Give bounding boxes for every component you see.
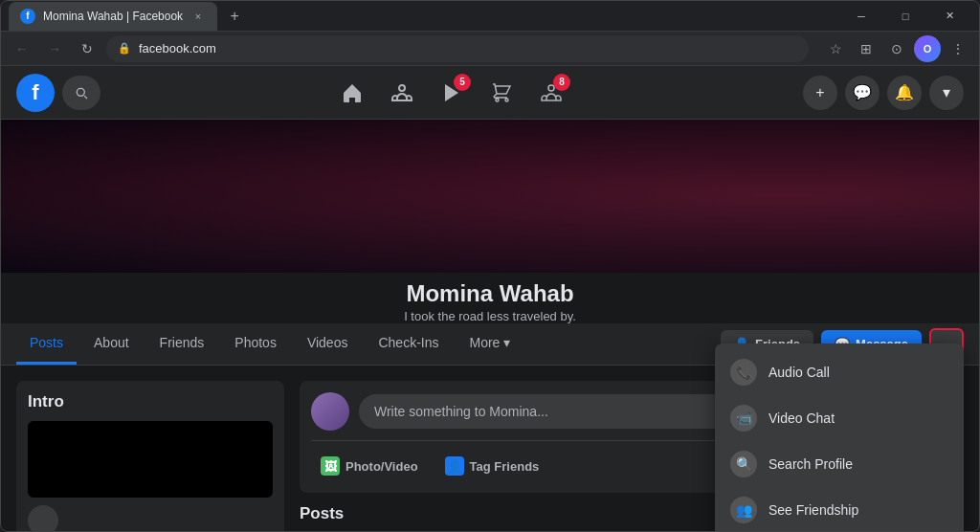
tabs-bar: f Momina Wahab | Facebook × + xyxy=(9,2,839,31)
facebook-page: f 5 xyxy=(1,66,979,531)
tab-close-btn[interactable]: × xyxy=(190,9,206,24)
tab-about[interactable]: About xyxy=(80,323,143,365)
nav-plus-btn[interactable]: + xyxy=(803,76,837,110)
tag-friends-label: Tag Friends xyxy=(470,459,540,474)
browser-tab[interactable]: f Momina Wahab | Facebook × xyxy=(9,2,217,31)
url-bar[interactable]: 🔒 facebook.com xyxy=(106,35,809,62)
tab-videos[interactable]: Videos xyxy=(294,323,362,365)
menu-btn[interactable]: ⋮ xyxy=(945,35,971,62)
dropdown-search-profile[interactable]: 🔍 Search Profile xyxy=(715,441,964,487)
photo-video-label: Photo/Video xyxy=(345,459,418,474)
watch-badge: 5 xyxy=(454,74,471,91)
browser-window: f Momina Wahab | Facebook × + ─ □ ✕ ← → … xyxy=(0,0,980,532)
intro-icon-1 xyxy=(28,505,58,531)
nav-friends-btn[interactable] xyxy=(379,70,425,116)
window-controls: ─ □ ✕ xyxy=(839,2,971,31)
fb-nav-right: + 💬 🔔 ▾ xyxy=(803,76,964,110)
dropdown-see-friendship[interactable]: 👥 See Friendship xyxy=(715,487,964,531)
nav-groups-btn[interactable]: 8 xyxy=(528,70,574,116)
profile-name: Momina Wahab xyxy=(1,280,979,307)
profile-bio: I took the road less traveled by. xyxy=(1,309,979,323)
cover-photo xyxy=(1,120,979,273)
url-text: facebook.com xyxy=(139,41,797,55)
tab-title: Momina Wahab | Facebook xyxy=(43,10,183,23)
close-btn[interactable]: ✕ xyxy=(927,2,971,31)
fb-nav-center: 5 8 xyxy=(329,70,574,116)
search-profile-icon: 🔍 xyxy=(730,451,757,477)
tab-posts[interactable]: Posts xyxy=(16,323,77,365)
intro-box: Intro xyxy=(16,381,284,531)
fb-sidebar: Intro xyxy=(16,381,284,516)
tab-photos[interactable]: Photos xyxy=(221,323,290,365)
tab-checkins[interactable]: Check-Ins xyxy=(365,323,452,365)
photo-video-btn[interactable]: 🖼 Photo/Video xyxy=(311,451,428,481)
back-btn[interactable]: ← xyxy=(9,35,35,62)
chrome-profile-btn[interactable]: O xyxy=(914,35,941,62)
address-bar: ← → ↻ 🔒 facebook.com ☆ ⊞ ⊙ O ⋮ xyxy=(1,32,979,66)
tag-icon: 👤 xyxy=(445,456,464,476)
star-btn[interactable]: ☆ xyxy=(822,35,849,62)
nav-account-btn[interactable]: ▾ xyxy=(929,76,964,110)
intro-title: Intro xyxy=(28,392,273,411)
fb-search-box[interactable] xyxy=(62,76,100,110)
maximize-btn[interactable]: □ xyxy=(883,2,927,31)
video-chat-label: Video Chat xyxy=(768,410,835,426)
poster-avatar xyxy=(311,392,349,431)
title-bar: f Momina Wahab | Facebook × + ─ □ ✕ xyxy=(1,1,979,32)
intro-row-1 xyxy=(28,505,273,531)
profile-info: Momina Wahab I took the road less travel… xyxy=(1,273,979,323)
tag-friends-btn[interactable]: 👤 Tag Friends xyxy=(435,451,549,481)
new-tab-btn[interactable]: + xyxy=(221,3,248,30)
lock-icon: 🔒 xyxy=(118,42,131,55)
tab-favicon: f xyxy=(20,9,35,24)
nav-marketplace-btn[interactable] xyxy=(479,70,524,116)
minimize-btn[interactable]: ─ xyxy=(839,2,883,31)
intro-icon-rows xyxy=(28,505,273,531)
dropdown-menu: 📞 Audio Call 📹 Video Chat 🔍 Search Profi… xyxy=(715,344,964,531)
video-icon: 📹 xyxy=(730,405,757,432)
nav-messenger-btn[interactable]: 💬 xyxy=(845,76,880,110)
nav-home-btn[interactable] xyxy=(329,70,375,116)
phone-icon: 📞 xyxy=(730,359,757,386)
tab-friends[interactable]: Friends xyxy=(146,323,218,365)
dropdown-video-chat[interactable]: 📹 Video Chat xyxy=(715,395,964,441)
tab-more[interactable]: More ▾ xyxy=(456,323,523,365)
fb-navbar: f 5 xyxy=(1,66,979,120)
photo-icon: 🖼 xyxy=(321,456,340,476)
fb-logo[interactable]: f xyxy=(16,74,55,112)
intro-image xyxy=(28,421,273,498)
screenshot-btn[interactable]: ⊙ xyxy=(883,35,910,62)
search-profile-label: Search Profile xyxy=(768,456,853,472)
nav-notifications-btn[interactable]: 🔔 xyxy=(887,76,922,110)
forward-btn[interactable]: → xyxy=(41,35,68,62)
nav-watch-btn[interactable]: 5 xyxy=(429,70,475,116)
dropdown-audio-call[interactable]: 📞 Audio Call xyxy=(715,349,964,395)
extensions-btn[interactable]: ⊞ xyxy=(853,35,880,62)
audio-call-label: Audio Call xyxy=(768,365,830,380)
see-friendship-label: See Friendship xyxy=(768,502,858,518)
friendship-icon: 👥 xyxy=(730,497,757,523)
refresh-btn[interactable]: ↻ xyxy=(74,35,100,62)
groups-badge: 8 xyxy=(553,74,570,91)
browser-actions: ☆ ⊞ ⊙ O ⋮ xyxy=(822,35,971,62)
